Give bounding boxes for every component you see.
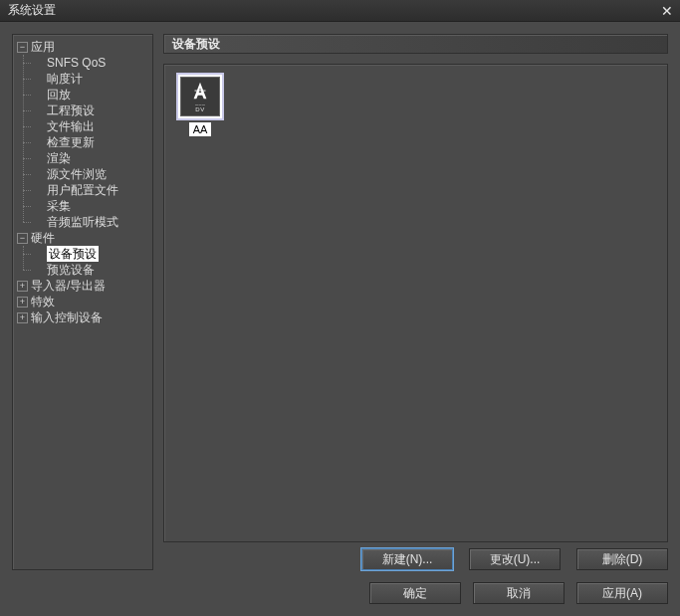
tree-node-snfs-qos[interactable]: SNFS QoS [31, 55, 150, 71]
tree-node-render[interactable]: 渲染 [31, 150, 150, 166]
window-title: 系统设置 [8, 2, 56, 19]
tree-node-file-output[interactable]: 文件输出 [31, 118, 150, 134]
tree-children-hardware: 设备预设 预览设备 [31, 246, 150, 278]
content-pane: 设备预设 DV AA [163, 34, 668, 570]
preset-icon: DV [176, 73, 224, 120]
tree-node-device-preset[interactable]: 设备预设 [31, 246, 150, 262]
tree-node-preview-device[interactable]: 预览设备 [31, 262, 150, 278]
ok-button[interactable]: 确定 [369, 582, 461, 604]
tree-children-app: SNFS QoS 响度计 回放 工程预设 文件输出 检查更新 渲染 源文件浏览 … [31, 55, 150, 230]
tree-node-source-browse[interactable]: 源文件浏览 [31, 166, 150, 182]
tree-node-project-preset[interactable]: 工程预设 [31, 103, 150, 118]
preset-item-aa[interactable]: DV AA [172, 73, 228, 136]
tree-node-user-profile[interactable]: 用户配置文件 [31, 182, 150, 198]
collapse-icon[interactable]: − [17, 42, 28, 53]
new-button[interactable]: 新建(N)... [361, 548, 453, 570]
tree-node-check-update[interactable]: 检查更新 [31, 134, 150, 150]
body: − 应用 SNFS QoS 响度计 回放 工程预设 文件输出 检查更新 渲染 [0, 22, 680, 616]
system-settings-window: 系统设置 ✕ − 应用 SNFS QoS 响度计 [0, 0, 680, 616]
expand-icon[interactable]: + [17, 281, 28, 292]
tree-node-playback[interactable]: 回放 [31, 87, 150, 103]
cancel-button[interactable]: 取消 [473, 582, 565, 604]
tree-node-audio-monitor[interactable]: 音频监听模式 [31, 214, 150, 230]
main-area: − 应用 SNFS QoS 响度计 回放 工程预设 文件输出 检查更新 渲染 [12, 34, 668, 570]
expand-icon[interactable]: + [17, 297, 28, 308]
section-header: 设备预设 [163, 34, 668, 54]
change-button[interactable]: 更改(U)... [469, 548, 561, 570]
tree-node-importer-exporter[interactable]: +导入器/导出器 [15, 278, 150, 294]
preset-buttons: 新建(N)... 更改(U)... 删除(D) [163, 548, 668, 570]
preset-label: AA [189, 122, 212, 136]
section-title: 设备预设 [172, 36, 220, 53]
preset-list[interactable]: DV AA [163, 64, 668, 542]
tree-node-input-devices[interactable]: +输入控制设备 [15, 309, 150, 325]
dialog-footer: 确定 取消 应用(A) [12, 578, 668, 604]
tree-node-effects[interactable]: +特效 [15, 294, 150, 309]
letter-a-icon [189, 81, 211, 103]
tree-node-app[interactable]: − 应用 [15, 39, 150, 55]
apply-button[interactable]: 应用(A) [576, 582, 668, 604]
tree-node-loudness[interactable]: 响度计 [31, 71, 150, 87]
tree-node-capture[interactable]: 采集 [31, 198, 150, 214]
delete-button[interactable]: 删除(D) [576, 548, 668, 570]
close-icon[interactable]: ✕ [658, 3, 676, 19]
tree-node-hardware[interactable]: − 硬件 [15, 230, 150, 246]
collapse-icon[interactable]: − [17, 233, 28, 244]
dv-label: DV [195, 104, 204, 112]
titlebar: 系统设置 ✕ [0, 0, 680, 22]
nav-tree[interactable]: − 应用 SNFS QoS 响度计 回放 工程预设 文件输出 检查更新 渲染 [12, 34, 153, 570]
expand-icon[interactable]: + [17, 312, 28, 323]
